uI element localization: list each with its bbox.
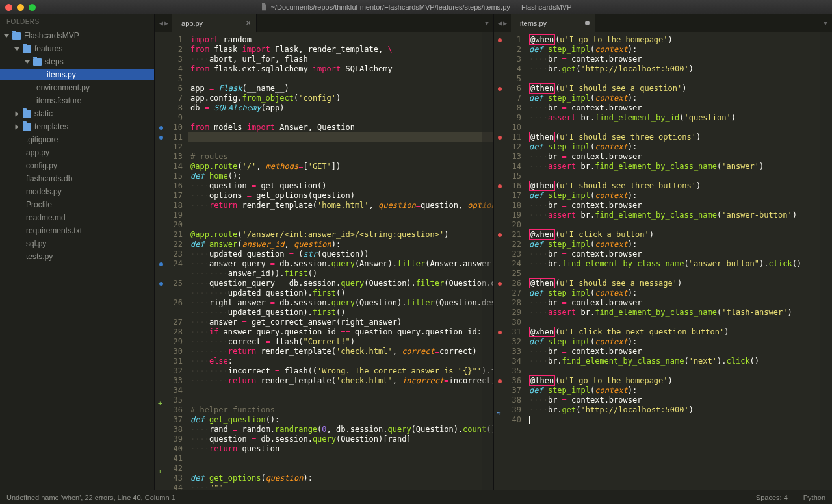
file-row[interactable]: flashcards.db <box>0 173 154 184</box>
code-line[interactable]: @when(u'I go to the homepage') <box>526 35 832 45</box>
file-row[interactable]: tests.py <box>0 251 154 262</box>
code-line[interactable]: def home(): <box>188 171 493 181</box>
code-line[interactable]: def step_impl(context): <box>526 386 832 396</box>
code-line[interactable]: @then(u'I should see three buttons') <box>526 181 832 191</box>
maximize-icon[interactable] <box>29 4 36 11</box>
code-line[interactable]: ····right_answer = db.session.query(Ques… <box>188 298 493 308</box>
minimize-icon[interactable] <box>17 4 24 11</box>
code-line[interactable]: ········answer_id)).first() <box>188 269 493 279</box>
code-line[interactable]: ········return render_template('check.ht… <box>188 376 493 386</box>
code-line[interactable]: from flask.ext.sqlalchemy import SQLAlch… <box>188 64 493 74</box>
code-line[interactable]: @then(u'I should see a message') <box>526 279 832 288</box>
code-line[interactable]: ········incorrect = flash(('Wrong. The c… <box>188 366 493 376</box>
code-line[interactable] <box>188 210 493 220</box>
code-line[interactable]: @then(u'I go to the homepage') <box>526 376 832 386</box>
code-line[interactable]: ········correct = flash("Correct!") <box>188 337 493 347</box>
code-line[interactable] <box>188 454 493 464</box>
code-line[interactable] <box>188 464 493 473</box>
code-line[interactable]: ····br = context.browser <box>526 103 832 113</box>
code-line[interactable]: ····br = context.browser <box>526 249 832 259</box>
code-line[interactable]: ····question = db.session.query(Question… <box>188 435 493 444</box>
code-line[interactable] <box>526 171 832 181</box>
code-line[interactable] <box>188 74 493 84</box>
file-row[interactable]: readme.md <box>0 212 154 223</box>
folder-row[interactable]: FlashcardsMVP <box>0 31 154 41</box>
tab-dropdown-icon[interactable]: ▼ <box>480 14 493 32</box>
code-line[interactable]: ····br = context.browser <box>526 347 832 357</box>
file-row[interactable]: environment.py <box>0 82 154 93</box>
code-line[interactable]: ····else: <box>188 357 493 366</box>
code-line[interactable]: @then(u'I should see a question') <box>526 84 832 94</box>
minimap[interactable] <box>482 32 493 490</box>
code-line[interactable]: ····br.find_element_by_class_name("answe… <box>526 259 832 269</box>
code-line[interactable] <box>526 220 832 230</box>
code-line[interactable]: ····updated_question = (str(question)) <box>188 249 493 259</box>
code-line[interactable]: def step_impl(context): <box>526 94 832 103</box>
code-line[interactable]: def step_impl(context): <box>526 240 832 249</box>
code-line[interactable]: ····br = context.browser <box>526 396 832 405</box>
code-line[interactable]: ····assert br.find_element_by_class_name… <box>526 162 832 171</box>
folder-row[interactable]: static <box>0 108 154 119</box>
code-line[interactable]: ····rand = random.randrange(0, db.sessio… <box>188 425 493 435</box>
code-line[interactable]: ····assert br.find_element_by_class_name… <box>526 210 832 220</box>
close-icon[interactable] <box>5 4 12 11</box>
folder-row[interactable]: templates <box>0 121 154 132</box>
code-line[interactable]: ····question = get_question() <box>188 181 493 191</box>
code-line[interactable]: ····br = context.browser <box>526 298 832 308</box>
code-line[interactable]: ····options = get_options(question) <box>188 191 493 201</box>
folder-row[interactable]: steps <box>0 57 154 67</box>
close-icon[interactable]: ✕ <box>246 19 251 27</box>
code-line[interactable]: @when(u'I click the next question button… <box>526 327 832 337</box>
code-line[interactable] <box>526 318 832 327</box>
code-line[interactable]: ····br.get('http://localhost:5000') <box>526 64 832 74</box>
code-line[interactable] <box>188 132 493 142</box>
code-line[interactable]: # helper functions <box>188 405 493 415</box>
tab-nav[interactable]: ◀▶ <box>494 14 511 32</box>
code-line[interactable]: ····abort, url_for, flash <box>188 55 493 64</box>
code-line[interactable] <box>526 366 832 376</box>
code-line[interactable]: ····br.get('http://localhost:5000') <box>526 405 832 415</box>
file-row[interactable]: config.py <box>0 160 154 171</box>
code-line[interactable]: ········updated_question).first() <box>188 308 493 318</box>
code-line[interactable]: ····br = context.browser <box>526 152 832 162</box>
file-row[interactable]: models.py <box>0 186 154 197</box>
status-spaces[interactable]: Spaces: 4 <box>756 494 788 501</box>
code-left[interactable]: 1234567891011121314151617181920212223242… <box>155 32 493 490</box>
code-line[interactable]: ········return render_template('check.ht… <box>188 347 493 357</box>
code-line[interactable]: app = Flask(__name__) <box>188 84 493 94</box>
code-line[interactable] <box>526 74 832 84</box>
code-line[interactable]: @app.route('/answer/<int:answer_id>/<str… <box>188 230 493 240</box>
code-line[interactable] <box>188 220 493 230</box>
code-line[interactable] <box>526 269 832 279</box>
code-line[interactable]: def step_impl(context): <box>526 45 832 55</box>
code-line[interactable]: # routes <box>188 152 493 162</box>
file-row[interactable]: items.py <box>0 69 154 80</box>
file-row[interactable]: sql.py <box>0 238 154 249</box>
file-row[interactable]: Procfile <box>0 199 154 210</box>
code-lines[interactable]: import randomfrom flask import Flask, re… <box>188 32 493 490</box>
code-line[interactable] <box>188 386 493 396</box>
code-line[interactable]: ····answer_query = db.session.query(Answ… <box>188 259 493 269</box>
code-line[interactable]: def step_impl(context): <box>526 191 832 201</box>
code-line[interactable]: ····assert br.find_element_by_id('questi… <box>526 113 832 123</box>
tab-dropdown-icon[interactable]: ▼ <box>819 14 832 32</box>
code-line[interactable]: ····return render_template('home.html', … <box>188 201 493 210</box>
code-lines[interactable]: @when(u'I go to the homepage')def step_i… <box>526 32 832 490</box>
minimap[interactable] <box>820 32 832 490</box>
code-line[interactable] <box>188 142 493 152</box>
status-left[interactable]: Undefined name 'when', 22 errors, Line 4… <box>6 494 176 501</box>
code-line[interactable]: ····return question <box>188 444 493 454</box>
code-line[interactable]: from models import Answer, Question <box>188 123 493 132</box>
code-line[interactable]: ····question_query = db.session.query(Qu… <box>188 279 493 288</box>
code-line[interactable]: @then(u'I should see three options') <box>526 132 832 142</box>
code-line[interactable]: ····""" <box>188 483 493 490</box>
code-line[interactable]: def get_question(): <box>188 415 493 425</box>
tab-nav[interactable]: ◀▶ <box>155 14 172 32</box>
file-row[interactable]: requirements.txt <box>0 225 154 236</box>
code-line[interactable]: ····if answer_query.question_id == quest… <box>188 327 493 337</box>
file-row[interactable]: .gitignore <box>0 134 154 145</box>
file-row[interactable]: app.py <box>0 147 154 158</box>
code-line[interactable] <box>526 123 832 132</box>
code-line[interactable]: import random <box>188 35 493 45</box>
folder-row[interactable]: features <box>0 44 154 54</box>
